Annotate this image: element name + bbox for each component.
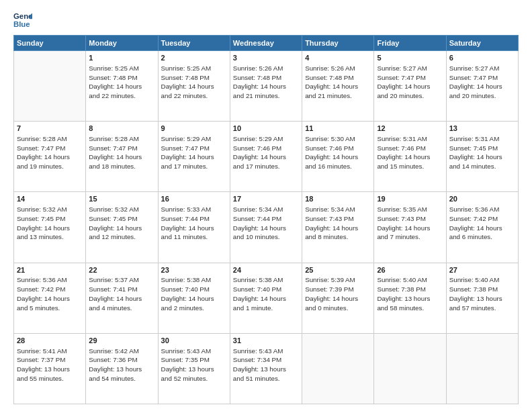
calendar-week-row: 21Sunrise: 5:36 AM Sunset: 7:42 PM Dayli… <box>14 263 519 333</box>
calendar-cell: 4Sunrise: 5:26 AM Sunset: 7:48 PM Daylig… <box>302 51 374 122</box>
day-number: 5 <box>377 53 443 63</box>
day-number: 24 <box>233 265 299 275</box>
day-number: 29 <box>89 336 154 346</box>
calendar-cell: 2Sunrise: 5:25 AM Sunset: 7:48 PM Daylig… <box>158 51 230 122</box>
day-number: 18 <box>305 194 371 204</box>
logo-icon: General Blue <box>13 11 32 30</box>
day-info: Sunrise: 5:31 AM Sunset: 7:45 PM Dayligh… <box>449 134 515 171</box>
day-number: 2 <box>161 53 227 63</box>
day-info: Sunrise: 5:27 AM Sunset: 7:47 PM Dayligh… <box>377 64 443 101</box>
weekday-header: Monday <box>86 36 158 51</box>
day-number: 31 <box>233 336 299 346</box>
calendar-cell: 5Sunrise: 5:27 AM Sunset: 7:47 PM Daylig… <box>374 51 446 122</box>
svg-text:Blue: Blue <box>13 20 30 28</box>
day-number: 10 <box>233 124 299 134</box>
calendar-cell: 16Sunrise: 5:33 AM Sunset: 7:44 PM Dayli… <box>158 192 230 263</box>
calendar: SundayMondayTuesdayWednesdayThursdayFrid… <box>13 35 519 404</box>
day-info: Sunrise: 5:25 AM Sunset: 7:48 PM Dayligh… <box>89 64 154 101</box>
day-number: 12 <box>377 124 443 134</box>
calendar-cell: 20Sunrise: 5:36 AM Sunset: 7:42 PM Dayli… <box>446 192 518 263</box>
weekday-header: Thursday <box>302 36 374 51</box>
day-number: 16 <box>161 194 227 204</box>
day-info: Sunrise: 5:32 AM Sunset: 7:45 PM Dayligh… <box>17 205 83 242</box>
day-info: Sunrise: 5:43 AM Sunset: 7:35 PM Dayligh… <box>161 347 227 383</box>
calendar-cell: 17Sunrise: 5:34 AM Sunset: 7:44 PM Dayli… <box>230 192 302 263</box>
day-number: 21 <box>17 265 83 275</box>
weekday-header: Saturday <box>446 36 518 51</box>
day-info: Sunrise: 5:42 AM Sunset: 7:36 PM Dayligh… <box>89 347 154 383</box>
day-info: Sunrise: 5:36 AM Sunset: 7:42 PM Dayligh… <box>449 205 515 242</box>
day-info: Sunrise: 5:27 AM Sunset: 7:47 PM Dayligh… <box>449 64 515 101</box>
day-number: 19 <box>377 194 443 204</box>
day-info: Sunrise: 5:34 AM Sunset: 7:43 PM Dayligh… <box>305 205 371 242</box>
calendar-cell: 28Sunrise: 5:41 AM Sunset: 7:37 PM Dayli… <box>14 333 86 404</box>
calendar-cell: 29Sunrise: 5:42 AM Sunset: 7:36 PM Dayli… <box>86 333 158 404</box>
day-number: 11 <box>305 124 371 134</box>
day-info: Sunrise: 5:29 AM Sunset: 7:47 PM Dayligh… <box>161 134 227 171</box>
weekday-header: Tuesday <box>158 36 230 51</box>
calendar-cell: 6Sunrise: 5:27 AM Sunset: 7:47 PM Daylig… <box>446 51 518 122</box>
day-number: 20 <box>449 194 515 204</box>
calendar-cell: 30Sunrise: 5:43 AM Sunset: 7:35 PM Dayli… <box>158 333 230 404</box>
day-info: Sunrise: 5:28 AM Sunset: 7:47 PM Dayligh… <box>17 134 83 171</box>
calendar-week-row: 1Sunrise: 5:25 AM Sunset: 7:48 PM Daylig… <box>14 51 519 122</box>
calendar-cell <box>446 333 518 404</box>
calendar-cell: 21Sunrise: 5:36 AM Sunset: 7:42 PM Dayli… <box>14 263 86 333</box>
calendar-cell: 13Sunrise: 5:31 AM Sunset: 7:45 PM Dayli… <box>446 122 518 192</box>
day-number: 3 <box>233 53 299 63</box>
day-number: 9 <box>161 124 227 134</box>
day-info: Sunrise: 5:40 AM Sunset: 7:38 PM Dayligh… <box>377 275 443 312</box>
calendar-cell <box>14 51 86 122</box>
day-info: Sunrise: 5:31 AM Sunset: 7:46 PM Dayligh… <box>377 134 443 171</box>
day-info: Sunrise: 5:37 AM Sunset: 7:41 PM Dayligh… <box>89 275 154 312</box>
page-header: General Blue <box>13 11 519 30</box>
calendar-cell: 15Sunrise: 5:32 AM Sunset: 7:45 PM Dayli… <box>86 192 158 263</box>
day-info: Sunrise: 5:39 AM Sunset: 7:39 PM Dayligh… <box>305 275 371 312</box>
calendar-cell: 12Sunrise: 5:31 AM Sunset: 7:46 PM Dayli… <box>374 122 446 192</box>
day-info: Sunrise: 5:38 AM Sunset: 7:40 PM Dayligh… <box>233 275 299 312</box>
logo: General Blue <box>13 11 35 30</box>
calendar-cell: 18Sunrise: 5:34 AM Sunset: 7:43 PM Dayli… <box>302 192 374 263</box>
calendar-cell: 24Sunrise: 5:38 AM Sunset: 7:40 PM Dayli… <box>230 263 302 333</box>
day-info: Sunrise: 5:34 AM Sunset: 7:44 PM Dayligh… <box>233 205 299 242</box>
calendar-week-row: 7Sunrise: 5:28 AM Sunset: 7:47 PM Daylig… <box>14 122 519 192</box>
day-info: Sunrise: 5:26 AM Sunset: 7:48 PM Dayligh… <box>233 64 299 101</box>
day-info: Sunrise: 5:38 AM Sunset: 7:40 PM Dayligh… <box>161 275 227 312</box>
day-number: 15 <box>89 194 154 204</box>
day-info: Sunrise: 5:41 AM Sunset: 7:37 PM Dayligh… <box>17 347 83 383</box>
calendar-cell: 19Sunrise: 5:35 AM Sunset: 7:43 PM Dayli… <box>374 192 446 263</box>
day-number: 26 <box>377 265 443 275</box>
day-info: Sunrise: 5:32 AM Sunset: 7:45 PM Dayligh… <box>89 205 154 242</box>
calendar-cell: 1Sunrise: 5:25 AM Sunset: 7:48 PM Daylig… <box>86 51 158 122</box>
day-info: Sunrise: 5:30 AM Sunset: 7:46 PM Dayligh… <box>305 134 371 171</box>
day-number: 8 <box>89 124 154 134</box>
calendar-cell: 31Sunrise: 5:43 AM Sunset: 7:34 PM Dayli… <box>230 333 302 404</box>
day-number: 7 <box>17 124 83 134</box>
day-info: Sunrise: 5:43 AM Sunset: 7:34 PM Dayligh… <box>233 347 299 383</box>
calendar-cell: 22Sunrise: 5:37 AM Sunset: 7:41 PM Dayli… <box>86 263 158 333</box>
day-number: 22 <box>89 265 154 275</box>
calendar-cell: 9Sunrise: 5:29 AM Sunset: 7:47 PM Daylig… <box>158 122 230 192</box>
calendar-week-row: 14Sunrise: 5:32 AM Sunset: 7:45 PM Dayli… <box>14 192 519 263</box>
calendar-header-row: SundayMondayTuesdayWednesdayThursdayFrid… <box>14 36 519 51</box>
day-number: 13 <box>449 124 515 134</box>
day-info: Sunrise: 5:35 AM Sunset: 7:43 PM Dayligh… <box>377 205 443 242</box>
day-info: Sunrise: 5:25 AM Sunset: 7:48 PM Dayligh… <box>161 64 227 101</box>
day-number: 17 <box>233 194 299 204</box>
calendar-cell: 25Sunrise: 5:39 AM Sunset: 7:39 PM Dayli… <box>302 263 374 333</box>
calendar-cell: 10Sunrise: 5:29 AM Sunset: 7:46 PM Dayli… <box>230 122 302 192</box>
calendar-week-row: 28Sunrise: 5:41 AM Sunset: 7:37 PM Dayli… <box>14 333 519 404</box>
weekday-header: Wednesday <box>230 36 302 51</box>
day-info: Sunrise: 5:28 AM Sunset: 7:47 PM Dayligh… <box>89 134 154 171</box>
day-number: 23 <box>161 265 227 275</box>
weekday-header: Friday <box>374 36 446 51</box>
calendar-body: 1Sunrise: 5:25 AM Sunset: 7:48 PM Daylig… <box>14 51 519 404</box>
calendar-cell: 7Sunrise: 5:28 AM Sunset: 7:47 PM Daylig… <box>14 122 86 192</box>
calendar-cell: 27Sunrise: 5:40 AM Sunset: 7:38 PM Dayli… <box>446 263 518 333</box>
day-info: Sunrise: 5:26 AM Sunset: 7:48 PM Dayligh… <box>305 64 371 101</box>
day-info: Sunrise: 5:40 AM Sunset: 7:38 PM Dayligh… <box>449 275 515 312</box>
day-number: 30 <box>161 336 227 346</box>
calendar-cell: 3Sunrise: 5:26 AM Sunset: 7:48 PM Daylig… <box>230 51 302 122</box>
day-number: 6 <box>449 53 515 63</box>
calendar-cell <box>374 333 446 404</box>
